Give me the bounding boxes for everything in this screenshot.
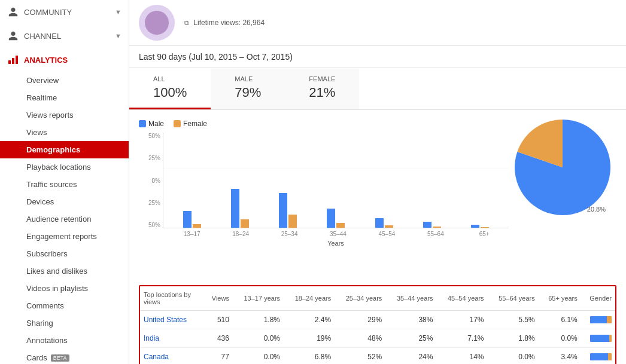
- sidebar-item-playback-locations[interactable]: Playback locations: [0, 158, 129, 176]
- sidebar-community[interactable]: COMMUNITY ▼: [0, 0, 129, 24]
- table-cell-value: 436: [204, 329, 233, 348]
- table-cell-value: 25%: [385, 329, 436, 348]
- sidebar-item-realtime[interactable]: Realtime: [0, 89, 129, 106]
- cards-beta-badge: BETA: [51, 354, 69, 362]
- table-cell-value: 6.8%: [284, 348, 335, 365]
- avatar: [139, 5, 175, 41]
- table-cell-value: 510: [204, 311, 233, 329]
- sidebar-item-views[interactable]: Views: [0, 124, 129, 141]
- col-45-54: 45–54 years: [436, 286, 487, 311]
- table-cell-gender: [581, 311, 615, 329]
- table-row: India4360.0%19%48%25%7.1%1.8%0.0%: [140, 329, 615, 348]
- sidebar-item-comments[interactable]: Comments: [0, 297, 129, 314]
- table-cell-value: 1.8%: [233, 311, 284, 329]
- main-content: ⧉ Lifetime views: 26,964 Last 90 days (J…: [129, 0, 626, 364]
- gender-bar: [590, 353, 612, 360]
- table-cell-value: 1.8%: [488, 329, 539, 348]
- chart-legend: Male Female: [139, 120, 509, 128]
- tab-male-label: MALE: [235, 75, 261, 82]
- sidebar-item-demographics[interactable]: Demographics: [0, 141, 129, 158]
- sidebar-item-views-reports[interactable]: Views reports: [0, 106, 129, 124]
- sidebar-item-traffic-sources[interactable]: Traffic sources: [0, 176, 129, 193]
- tab-all-label: ALL: [153, 75, 187, 82]
- pie-female-label: 20.8%: [587, 206, 606, 213]
- table-row: United States5101.8%2.4%29%38%17%5.5%6.1…: [140, 311, 615, 329]
- sidebar-item-overview[interactable]: Overview: [0, 72, 129, 89]
- table-row: Canada770.0%6.8%52%24%14%0.0%3.4%: [140, 348, 615, 365]
- sidebar-item-devices[interactable]: Devices: [0, 193, 129, 210]
- table-cell-value: 3.4%: [539, 348, 581, 365]
- sidebar-item-cards[interactable]: Cards BETA: [0, 349, 129, 364]
- channel-label: CHANNEL: [24, 32, 61, 41]
- legend-female-dot: [174, 120, 181, 127]
- community-label: COMMUNITY: [24, 8, 72, 17]
- legend-female-label: Female: [183, 120, 207, 128]
- gender-bar: [590, 316, 612, 323]
- sidebar-item-sharing[interactable]: Sharing: [0, 314, 129, 332]
- legend-male-dot: [139, 120, 146, 127]
- col-18-24: 18–24 years: [284, 286, 335, 311]
- sidebar-item-audience-retention[interactable]: Audience retention: [0, 210, 129, 228]
- table-cell-location[interactable]: India: [140, 329, 204, 348]
- legend-female: Female: [174, 120, 207, 128]
- table-body: United States5101.8%2.4%29%38%17%5.5%6.1…: [140, 311, 615, 365]
- tab-female-label: FEMALE: [309, 75, 335, 82]
- top-bar-info: ⧉ Lifetime views: 26,964: [184, 19, 265, 27]
- table-cell-value: 19%: [284, 329, 335, 348]
- sidebar-channel[interactable]: CHANNEL ▼: [0, 24, 129, 48]
- sidebar-item-likes-dislikes[interactable]: Likes and dislikes: [0, 262, 129, 280]
- analytics-icon: [7, 54, 19, 66]
- table-cell-value: 38%: [385, 311, 436, 329]
- table-cell-value: 5.5%: [488, 311, 539, 329]
- person-icon: [7, 6, 19, 18]
- tab-male[interactable]: MALE 79%: [211, 68, 285, 109]
- date-range: Last 90 days (Jul 10, 2015 – Oct 7, 2015…: [129, 46, 626, 68]
- col-views: Views: [204, 286, 233, 311]
- table-cell-gender: [581, 348, 615, 365]
- gender-bar-cell: [585, 353, 612, 360]
- tab-female[interactable]: FEMALE 21%: [285, 68, 359, 109]
- table-cell-value: 2.4%: [284, 311, 335, 329]
- lifetime-views-label: Lifetime views:: [193, 19, 241, 27]
- table-cell-value: 48%: [335, 329, 385, 348]
- table-cell-value: 6.1%: [539, 311, 581, 329]
- tab-female-value: 21%: [309, 85, 335, 100]
- sidebar: COMMUNITY ▼ CHANNEL ▼ ANALYTICS Overview…: [0, 0, 129, 364]
- pie-label-overlay: 20.8% 79.2%: [129, 185, 626, 280]
- col-13-17: 13–17 years: [233, 286, 284, 311]
- data-table: Top locations byviews Views 13–17 years …: [140, 286, 615, 364]
- gender-bar: [590, 335, 612, 342]
- analytics-label: ANALYTICS: [24, 56, 68, 65]
- table-cell-value: 77: [204, 348, 233, 365]
- col-65-plus: 65+ years: [539, 286, 581, 311]
- top-bar: ⧉ Lifetime views: 26,964: [129, 0, 626, 46]
- sidebar-analytics[interactable]: ANALYTICS: [0, 48, 129, 72]
- sidebar-item-annotations[interactable]: Annotations: [0, 332, 129, 349]
- table-cell-location[interactable]: United States: [140, 311, 204, 329]
- sidebar-item-videos-in-playlists[interactable]: Videos in playlists: [0, 280, 129, 297]
- table-cell-value: 14%: [436, 348, 487, 365]
- col-35-44: 35–44 years: [385, 286, 436, 311]
- table-cell-value: 52%: [335, 348, 385, 365]
- copy-icon: ⧉: [184, 19, 189, 26]
- data-table-wrapper: Top locations byviews Views 13–17 years …: [139, 285, 616, 364]
- gender-bar-cell: [585, 335, 612, 342]
- col-55-64: 55–64 years: [488, 286, 539, 311]
- table-cell-value: 0.0%: [539, 329, 581, 348]
- table-header-row: Top locations byviews Views 13–17 years …: [140, 286, 615, 311]
- community-chevron: ▼: [115, 8, 121, 16]
- sidebar-item-subscribers[interactable]: Subscribers: [0, 245, 129, 262]
- table-cell-value: 7.1%: [436, 329, 487, 348]
- table-cell-location[interactable]: Canada: [140, 348, 204, 365]
- col-25-34: 25–34 years: [335, 286, 385, 311]
- table-cell-value: 29%: [335, 311, 385, 329]
- tab-all[interactable]: ALL 100%: [129, 68, 211, 109]
- gender-tabs: ALL 100% MALE 79% FEMALE 21%: [129, 68, 626, 110]
- channel-chevron: ▼: [115, 32, 121, 39]
- tab-all-value: 100%: [153, 85, 187, 100]
- pie-male-label: 79.2%: [579, 247, 601, 256]
- sidebar-item-engagement-reports[interactable]: Engagement reports: [0, 228, 129, 245]
- lifetime-views-value: 26,964: [242, 19, 265, 27]
- col-gender: Gender: [581, 286, 615, 311]
- table-cell-value: 24%: [385, 348, 436, 365]
